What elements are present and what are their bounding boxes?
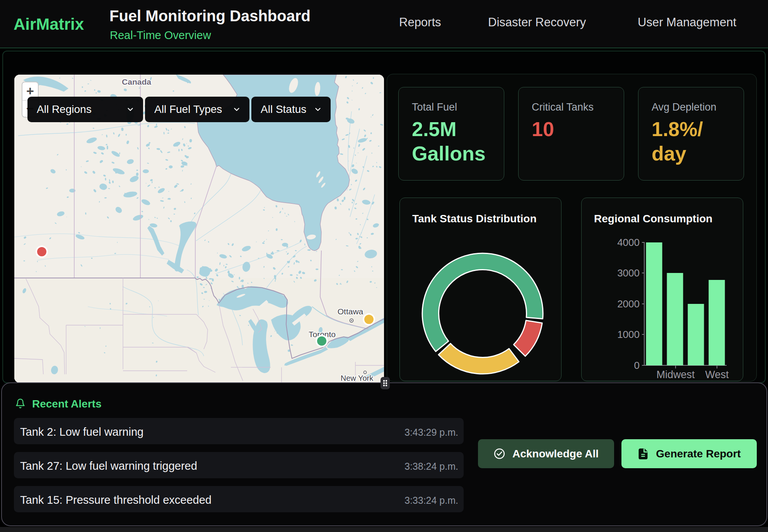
svg-text:Midwest: Midwest xyxy=(656,369,695,380)
svg-text:2000: 2000 xyxy=(617,298,640,310)
svg-text:Ottawa: Ottawa xyxy=(338,307,364,316)
svg-text:West: West xyxy=(705,369,729,380)
svg-text:4000: 4000 xyxy=(617,237,640,248)
svg-text:3000: 3000 xyxy=(617,267,640,279)
svg-text:1000: 1000 xyxy=(617,329,640,340)
svg-text:Canada: Canada xyxy=(122,77,151,86)
svg-text:0: 0 xyxy=(634,360,640,371)
svg-text:New York: New York xyxy=(341,374,374,382)
